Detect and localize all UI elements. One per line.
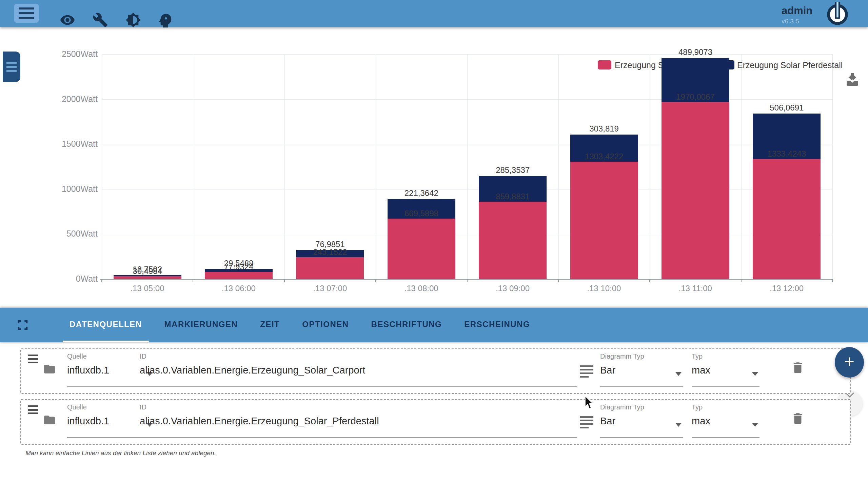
settings-tabbar: DATENQUELLEN MARKIERUNGEN ZEIT OPTIONEN …	[0, 308, 868, 342]
y-axis-label: 1000Watt	[43, 184, 98, 194]
id-label: ID	[140, 403, 146, 411]
chevron-down-icon	[675, 372, 682, 376]
fullscreen-icon[interactable]	[17, 320, 28, 330]
tab-zeit[interactable]: ZEIT	[253, 308, 287, 342]
bar-value-label: 285,3537	[462, 165, 564, 175]
bar-segment-carport	[662, 102, 729, 279]
subject-icon[interactable]	[580, 416, 593, 428]
id-value: alias.0.Variablen.Energie.Erzeugung_Sola…	[140, 365, 365, 376]
drag-handle-icon[interactable]	[28, 355, 38, 363]
iobroker-logo	[826, 2, 849, 25]
drag-handle-icon[interactable]	[28, 405, 38, 414]
bar-value-label: 76,9851	[279, 240, 381, 249]
user-block: admin v6.3.5	[782, 5, 812, 25]
folder-icon[interactable]	[42, 363, 57, 376]
aggregate-label: Typ	[692, 403, 703, 411]
aggregate-value: max	[692, 416, 710, 427]
id-input[interactable]: ID alias.0.Variablen.Energie.Erzeugung_S…	[140, 400, 577, 444]
source-value: influxdb.1	[67, 416, 109, 427]
axis-tick	[375, 280, 376, 282]
drawer-handle[interactable]	[3, 52, 20, 82]
chart-type-value: Bar	[600, 365, 615, 376]
subject-icon[interactable]	[580, 365, 593, 378]
legend-swatch-carport	[598, 60, 611, 69]
axis-tick	[832, 280, 833, 282]
bar-value-label: 1333,4243	[736, 149, 837, 159]
source-label: Quelle	[67, 352, 87, 360]
hint-text: Man kann einfache Linien aus der linken …	[25, 449, 216, 457]
chart-card: Erzeugung Solar Carport Erzeugung Solar …	[0, 27, 868, 308]
chevron-down-icon	[752, 372, 758, 376]
x-axis-label: .13 10:00	[558, 284, 650, 293]
aggregate-select[interactable]: Typ max	[692, 349, 760, 393]
bar-value-label: 29,5488	[188, 259, 290, 268]
x-axis-label: .13 12:00	[741, 284, 832, 293]
bar-value-label: 1970,0067	[645, 92, 746, 102]
bar-value-label: 303,819	[553, 124, 655, 134]
chevron-down-icon	[675, 423, 682, 427]
tabs: DATENQUELLEN MARKIERUNGEN ZEIT OPTIONEN …	[63, 308, 537, 342]
gridline	[193, 54, 193, 279]
chart-type-value: Bar	[600, 416, 615, 427]
axis-tick	[101, 280, 102, 282]
x-axis-label: .13 08:00	[376, 284, 467, 293]
bar-value-label: 489,9073	[645, 47, 746, 57]
bar-segment-carport	[753, 159, 821, 279]
id-label: ID	[140, 352, 146, 360]
expert-mode-icon[interactable]	[158, 12, 173, 28]
chevron-down-icon	[752, 423, 758, 427]
axis-tick	[467, 280, 468, 282]
y-axis-label: 2000Watt	[43, 94, 98, 104]
tab-erscheinung[interactable]: ERSCHEINUNG	[457, 308, 537, 342]
bar-segment-carport	[388, 219, 455, 279]
source-label: Quelle	[67, 403, 87, 411]
download-icon[interactable]	[844, 70, 861, 88]
y-axis-label: 1500Watt	[43, 139, 98, 149]
gridline	[650, 54, 650, 279]
axis-tick	[741, 280, 742, 282]
wrench-icon[interactable]	[93, 12, 108, 28]
aggregate-label: Typ	[692, 352, 703, 360]
bar-value-label: 221,3642	[371, 188, 472, 198]
folder-icon[interactable]	[42, 414, 57, 426]
gridline	[102, 54, 102, 279]
delete-icon[interactable]	[791, 359, 805, 376]
y-axis-label: 0Watt	[43, 274, 98, 284]
menu-icon[interactable]	[14, 4, 39, 23]
chart-type-label: Diagramm Typ	[600, 403, 644, 411]
axis-tick	[193, 280, 193, 282]
delete-icon[interactable]	[791, 410, 805, 427]
id-input[interactable]: ID alias.0.Variablen.Energie.Erzeugung_S…	[140, 349, 577, 393]
tab-datenquellen[interactable]: DATENQUELLEN	[63, 308, 149, 342]
tab-beschriftung[interactable]: BESCHRIFTUNG	[364, 308, 449, 342]
add-datasource-button[interactable]: +	[835, 347, 864, 378]
bar-segment-carport	[570, 162, 638, 279]
tab-markierungen[interactable]: MARKIERUNGEN	[158, 308, 245, 342]
x-axis-label: .13 05:00	[102, 284, 193, 293]
x-axis-label: .13 07:00	[284, 284, 376, 293]
source-value: influxdb.1	[67, 365, 109, 376]
gridline	[741, 54, 742, 279]
bar-value-label: 12,7502	[97, 265, 198, 274]
axis-tick	[649, 280, 650, 282]
x-axis-label: .13 09:00	[467, 284, 558, 293]
tab-optionen[interactable]: OPTIONEN	[295, 308, 355, 342]
app-version: v6.3.5	[782, 18, 812, 25]
x-axis-label: .13 11:00	[650, 284, 741, 293]
chart-type-label: Diagramm Typ	[600, 352, 644, 360]
y-axis-label: 500Watt	[43, 229, 98, 239]
y-axis-label: 2500Watt	[43, 49, 98, 59]
axis-tick	[558, 280, 559, 282]
bar-segment-carport	[205, 272, 273, 279]
chart-type-select[interactable]: Diagramm Typ Bar	[600, 349, 683, 393]
chart-type-select[interactable]: Diagramm Typ Bar	[600, 400, 683, 444]
brightness-icon[interactable]	[125, 12, 141, 28]
gridline	[832, 54, 833, 279]
x-axis-line	[100, 279, 833, 280]
bar-value-label: 859,8831	[462, 192, 564, 201]
legend-label-pferdestall: Erzeugung Solar Pferdestall	[737, 60, 843, 70]
bar-segment-carport	[296, 257, 364, 279]
visibility-icon[interactable]	[60, 12, 75, 28]
aggregate-select[interactable]: Typ max	[692, 400, 760, 444]
axis-tick	[284, 280, 285, 282]
